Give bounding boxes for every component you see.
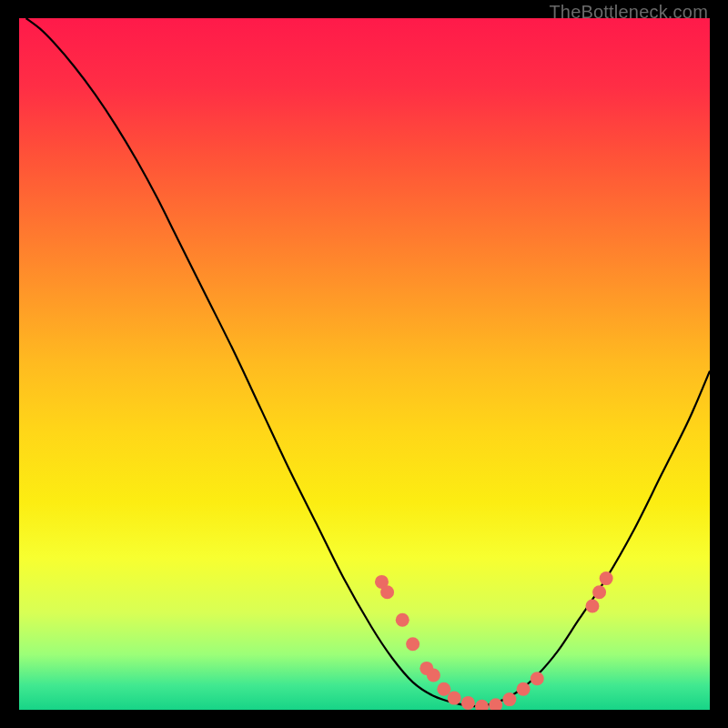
- data-point: [600, 571, 613, 585]
- data-point: [461, 696, 475, 710]
- data-point: [406, 637, 420, 651]
- data-point: [592, 585, 606, 599]
- bottleneck-chart: [19, 18, 710, 710]
- chart-frame: [19, 18, 710, 710]
- data-point: [531, 672, 544, 685]
- data-point: [380, 585, 394, 599]
- data-point: [502, 693, 516, 706]
- data-point: [517, 682, 531, 696]
- data-point: [427, 669, 440, 682]
- watermark-text: TheBottleneck.com: [549, 2, 708, 23]
- data-point: [396, 613, 410, 627]
- data-point: [437, 682, 450, 696]
- data-point: [448, 692, 461, 705]
- data-point: [585, 600, 599, 613]
- chart-background: [19, 18, 710, 710]
